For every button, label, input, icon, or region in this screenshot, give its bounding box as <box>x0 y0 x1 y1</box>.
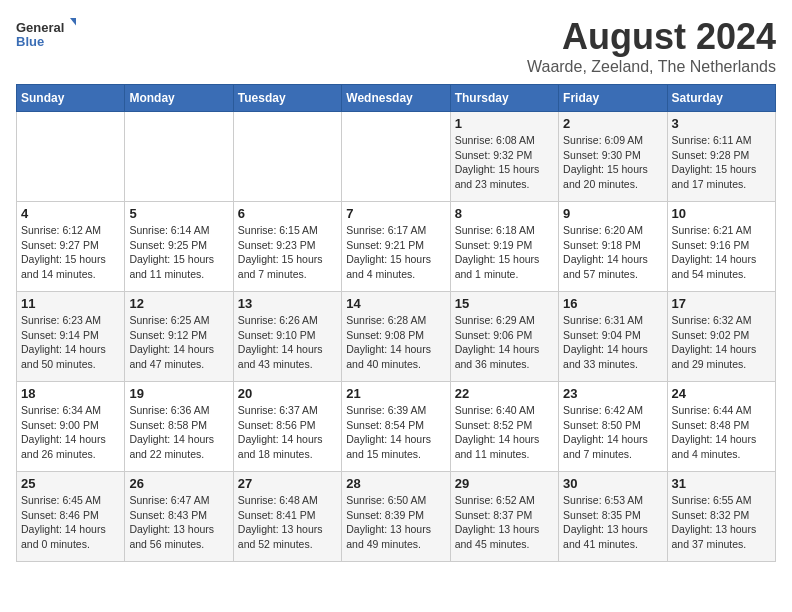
day-number: 15 <box>455 296 554 311</box>
logo: General Blue <box>16 16 76 56</box>
day-info-line: Sunset: 8:56 PM <box>238 418 337 433</box>
day-info-line: and 50 minutes. <box>21 357 120 372</box>
day-info-line: Sunrise: 6:52 AM <box>455 493 554 508</box>
calendar-day-cell: 12Sunrise: 6:25 AMSunset: 9:12 PMDayligh… <box>125 292 233 382</box>
day-info-line: and 11 minutes. <box>129 267 228 282</box>
day-info-line: and 56 minutes. <box>129 537 228 552</box>
day-info-line: Sunset: 8:41 PM <box>238 508 337 523</box>
day-info-line: and 37 minutes. <box>672 537 771 552</box>
day-info-line: Daylight: 15 hours <box>129 252 228 267</box>
day-info-line: Sunrise: 6:20 AM <box>563 223 662 238</box>
day-number: 7 <box>346 206 445 221</box>
calendar-day-cell: 4Sunrise: 6:12 AMSunset: 9:27 PMDaylight… <box>17 202 125 292</box>
day-number: 19 <box>129 386 228 401</box>
header: General Blue August 2024 Waarde, Zeeland… <box>16 16 776 76</box>
day-info-line: Sunrise: 6:50 AM <box>346 493 445 508</box>
day-number: 28 <box>346 476 445 491</box>
calendar-day-cell: 19Sunrise: 6:36 AMSunset: 8:58 PMDayligh… <box>125 382 233 472</box>
weekday-header-cell: Monday <box>125 85 233 112</box>
day-info-line: Sunset: 8:54 PM <box>346 418 445 433</box>
day-info-line: and 33 minutes. <box>563 357 662 372</box>
day-info-line: Sunrise: 6:45 AM <box>21 493 120 508</box>
weekday-header-cell: Friday <box>559 85 667 112</box>
weekday-header-cell: Saturday <box>667 85 775 112</box>
day-info-line: Sunrise: 6:18 AM <box>455 223 554 238</box>
day-number: 31 <box>672 476 771 491</box>
day-info-line: Daylight: 15 hours <box>238 252 337 267</box>
day-info-line: Sunrise: 6:34 AM <box>21 403 120 418</box>
day-info-line: Sunset: 9:10 PM <box>238 328 337 343</box>
day-info-line: and 49 minutes. <box>346 537 445 552</box>
day-number: 4 <box>21 206 120 221</box>
svg-text:General: General <box>16 20 64 35</box>
day-number: 1 <box>455 116 554 131</box>
day-info-line: and 36 minutes. <box>455 357 554 372</box>
day-info-line: and 11 minutes. <box>455 447 554 462</box>
day-info-line: and 1 minute. <box>455 267 554 282</box>
day-info-line: Sunset: 9:14 PM <box>21 328 120 343</box>
calendar-day-cell: 25Sunrise: 6:45 AMSunset: 8:46 PMDayligh… <box>17 472 125 562</box>
calendar-day-cell: 21Sunrise: 6:39 AMSunset: 8:54 PMDayligh… <box>342 382 450 472</box>
day-info-line: and 14 minutes. <box>21 267 120 282</box>
day-info-line: Daylight: 14 hours <box>346 342 445 357</box>
day-info-line: and 4 minutes. <box>672 447 771 462</box>
day-info-line: Sunrise: 6:40 AM <box>455 403 554 418</box>
calendar-day-cell: 31Sunrise: 6:55 AMSunset: 8:32 PMDayligh… <box>667 472 775 562</box>
day-info-line: Sunset: 8:43 PM <box>129 508 228 523</box>
day-info-line: and 15 minutes. <box>346 447 445 462</box>
calendar-day-cell: 7Sunrise: 6:17 AMSunset: 9:21 PMDaylight… <box>342 202 450 292</box>
calendar-week-row: 25Sunrise: 6:45 AMSunset: 8:46 PMDayligh… <box>17 472 776 562</box>
day-info-line: Sunrise: 6:36 AM <box>129 403 228 418</box>
day-info-line: Daylight: 15 hours <box>455 162 554 177</box>
day-number: 22 <box>455 386 554 401</box>
day-info-line: and 41 minutes. <box>563 537 662 552</box>
day-info-line: Sunrise: 6:39 AM <box>346 403 445 418</box>
day-number: 11 <box>21 296 120 311</box>
day-info-line: Sunrise: 6:53 AM <box>563 493 662 508</box>
day-number: 21 <box>346 386 445 401</box>
svg-text:Blue: Blue <box>16 34 44 49</box>
day-info-line: and 40 minutes. <box>346 357 445 372</box>
day-info-line: Daylight: 14 hours <box>238 342 337 357</box>
logo-svg: General Blue <box>16 16 76 56</box>
calendar-day-cell: 24Sunrise: 6:44 AMSunset: 8:48 PMDayligh… <box>667 382 775 472</box>
day-number: 12 <box>129 296 228 311</box>
day-info-line: Sunset: 9:00 PM <box>21 418 120 433</box>
day-number: 23 <box>563 386 662 401</box>
day-info-line: and 57 minutes. <box>563 267 662 282</box>
day-info-line: Sunset: 8:46 PM <box>21 508 120 523</box>
calendar-week-row: 18Sunrise: 6:34 AMSunset: 9:00 PMDayligh… <box>17 382 776 472</box>
calendar-week-row: 11Sunrise: 6:23 AMSunset: 9:14 PMDayligh… <box>17 292 776 382</box>
calendar-day-cell <box>342 112 450 202</box>
day-info-line: Daylight: 15 hours <box>563 162 662 177</box>
day-info-line: Daylight: 14 hours <box>672 432 771 447</box>
day-info-line: and 23 minutes. <box>455 177 554 192</box>
day-info-line: Daylight: 13 hours <box>346 522 445 537</box>
day-info-line: Sunset: 9:25 PM <box>129 238 228 253</box>
calendar-day-cell: 18Sunrise: 6:34 AMSunset: 9:00 PMDayligh… <box>17 382 125 472</box>
day-info-line: Sunset: 9:32 PM <box>455 148 554 163</box>
day-info-line: Sunrise: 6:15 AM <box>238 223 337 238</box>
calendar-day-cell: 26Sunrise: 6:47 AMSunset: 8:43 PMDayligh… <box>125 472 233 562</box>
day-info-line: Daylight: 14 hours <box>238 432 337 447</box>
weekday-header-cell: Sunday <box>17 85 125 112</box>
calendar-week-row: 1Sunrise: 6:08 AMSunset: 9:32 PMDaylight… <box>17 112 776 202</box>
day-number: 14 <box>346 296 445 311</box>
calendar-week-row: 4Sunrise: 6:12 AMSunset: 9:27 PMDaylight… <box>17 202 776 292</box>
calendar-day-cell: 2Sunrise: 6:09 AMSunset: 9:30 PMDaylight… <box>559 112 667 202</box>
day-info-line: Sunset: 8:32 PM <box>672 508 771 523</box>
day-info-line: and 47 minutes. <box>129 357 228 372</box>
calendar-day-cell: 23Sunrise: 6:42 AMSunset: 8:50 PMDayligh… <box>559 382 667 472</box>
day-info-line: Sunset: 9:21 PM <box>346 238 445 253</box>
day-info-line: Daylight: 14 hours <box>455 432 554 447</box>
calendar-day-cell: 11Sunrise: 6:23 AMSunset: 9:14 PMDayligh… <box>17 292 125 382</box>
day-info-line: Daylight: 14 hours <box>563 432 662 447</box>
day-info-line: Sunrise: 6:17 AM <box>346 223 445 238</box>
day-info-line: Daylight: 14 hours <box>21 342 120 357</box>
calendar-day-cell <box>125 112 233 202</box>
calendar-day-cell: 17Sunrise: 6:32 AMSunset: 9:02 PMDayligh… <box>667 292 775 382</box>
day-info-line: Sunset: 9:27 PM <box>21 238 120 253</box>
weekday-header-row: SundayMondayTuesdayWednesdayThursdayFrid… <box>17 85 776 112</box>
day-info-line: and 43 minutes. <box>238 357 337 372</box>
day-info-line: Daylight: 15 hours <box>455 252 554 267</box>
